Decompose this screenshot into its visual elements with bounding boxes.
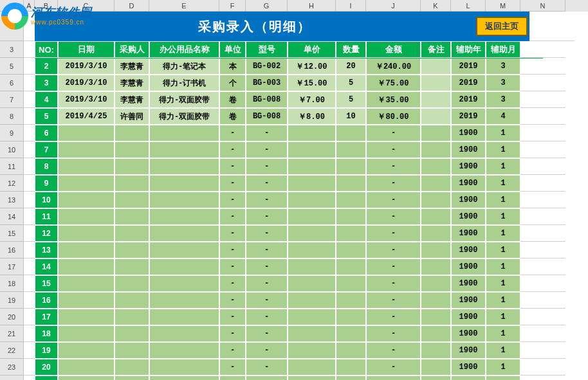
cell-no[interactable]: 3 (35, 75, 58, 91)
cell-model[interactable]: - (246, 175, 288, 192)
cell-unit[interactable]: - (219, 292, 246, 309)
cell-year[interactable]: 1900 (451, 208, 486, 225)
cell-name[interactable] (149, 225, 219, 242)
cell-date[interactable] (58, 309, 115, 325)
col-header-I[interactable]: I (336, 0, 366, 12)
cell-buyer[interactable] (115, 192, 149, 208)
cell-year[interactable]: 1900 (451, 141, 486, 158)
cell-model[interactable]: BG-008 (246, 91, 288, 108)
cell-date[interactable] (58, 359, 115, 375)
cell-qty[interactable] (336, 175, 366, 192)
cell-buyer[interactable] (115, 141, 149, 158)
cell-unit[interactable]: 卷 (219, 108, 246, 125)
cell-month[interactable]: 1 (486, 309, 520, 325)
cell-no[interactable]: 12 (35, 225, 58, 242)
cell-price[interactable] (288, 309, 336, 325)
cell-amount[interactable]: ￥75.00 (366, 75, 421, 91)
col-header-G[interactable]: G (246, 0, 288, 12)
cell-month[interactable]: 4 (486, 108, 520, 125)
select-all-corner[interactable] (0, 0, 24, 12)
cell-buyer[interactable] (115, 275, 149, 292)
cell-name[interactable]: 得力-双面胶带 (149, 108, 219, 125)
cell-amount[interactable]: - (366, 325, 421, 342)
row-header-7[interactable]: 7 (0, 91, 24, 108)
cell-note[interactable] (421, 258, 451, 275)
cell-qty[interactable] (336, 225, 366, 242)
col-header-C[interactable]: C (58, 0, 115, 12)
row-header-19[interactable]: 19 (0, 292, 24, 309)
cell-year[interactable]: 2019 (451, 58, 486, 75)
cell-qty[interactable]: 20 (336, 58, 366, 75)
cell-model[interactable]: - (246, 359, 288, 375)
cell-model[interactable]: - (246, 125, 288, 141)
cell-date[interactable] (58, 292, 115, 309)
cell-unit[interactable]: 卷 (219, 91, 246, 108)
cell-date[interactable] (58, 141, 115, 158)
cell-note[interactable] (421, 242, 451, 258)
cell-unit[interactable]: 本 (219, 58, 246, 75)
cell-name[interactable] (149, 158, 219, 175)
cell-amount[interactable]: - (366, 359, 421, 375)
cell-buyer[interactable] (115, 175, 149, 192)
row-header-23[interactable]: 23 (0, 359, 24, 375)
cell-unit[interactable]: - (219, 141, 246, 158)
cell-qty[interactable] (336, 342, 366, 359)
cell-date[interactable] (58, 192, 115, 208)
cell-qty[interactable] (336, 292, 366, 309)
cell-model[interactable]: - (246, 141, 288, 158)
cell-price[interactable] (288, 158, 336, 175)
cell-no[interactable]: 20 (35, 359, 58, 375)
cell-year[interactable]: 2019 (451, 108, 486, 125)
cell-price[interactable]: ￥7.00 (288, 91, 336, 108)
cell-year[interactable]: 1900 (451, 375, 486, 380)
cell-date[interactable] (58, 175, 115, 192)
cell-price[interactable] (288, 359, 336, 375)
cell-month[interactable]: 1 (486, 208, 520, 225)
cell-price[interactable]: ￥15.00 (288, 75, 336, 91)
cell-buyer[interactable] (115, 375, 149, 380)
cell-month[interactable]: 3 (486, 75, 520, 91)
cell-price[interactable] (288, 292, 336, 309)
cell-year[interactable]: 1900 (451, 158, 486, 175)
cell-no[interactable]: 17 (35, 309, 58, 325)
cell-name[interactable] (149, 192, 219, 208)
cell-model[interactable]: - (246, 342, 288, 359)
cell-model[interactable]: - (246, 158, 288, 175)
col-header-D[interactable]: D (115, 0, 149, 12)
cell-note[interactable] (421, 58, 451, 75)
cell-model[interactable]: - (246, 292, 288, 309)
cell-no[interactable]: 5 (35, 108, 58, 125)
cell-year[interactable]: 2019 (451, 91, 486, 108)
header-model[interactable]: 型号 (246, 41, 288, 58)
cell-note[interactable] (421, 192, 451, 208)
cell-year[interactable]: 1900 (451, 325, 486, 342)
cell-unit[interactable]: - (219, 125, 246, 141)
cell-price[interactable]: ￥8.00 (288, 108, 336, 125)
cell-year[interactable]: 1900 (451, 342, 486, 359)
cell-qty[interactable] (336, 208, 366, 225)
header-unit[interactable]: 单位 (219, 41, 246, 58)
cell-amount[interactable]: ￥240.00 (366, 58, 421, 75)
cell-amount[interactable]: - (366, 309, 421, 325)
row-header-13[interactable]: 13 (0, 192, 24, 208)
cell-month[interactable]: 1 (486, 125, 520, 141)
row-header-18[interactable]: 18 (0, 275, 24, 292)
cell-name[interactable] (149, 125, 219, 141)
cell-model[interactable]: - (246, 275, 288, 292)
cell-month[interactable]: 1 (486, 325, 520, 342)
cell-year[interactable]: 1900 (451, 225, 486, 242)
cell-year[interactable]: 1900 (451, 258, 486, 275)
cell-note[interactable] (421, 225, 451, 242)
cell-unit[interactable]: - (219, 242, 246, 258)
cell-unit[interactable]: - (219, 192, 246, 208)
cell-unit[interactable]: - (219, 158, 246, 175)
col-header-N[interactable]: N (520, 0, 565, 12)
cell-name[interactable] (149, 342, 219, 359)
cell-qty[interactable]: 10 (336, 108, 366, 125)
cell-unit[interactable]: - (219, 325, 246, 342)
cell-month[interactable]: 3 (486, 91, 520, 108)
header-no[interactable]: NO: (35, 41, 58, 58)
cell-amount[interactable]: - (366, 208, 421, 225)
cell-buyer[interactable]: 许善同 (115, 108, 149, 125)
cell-note[interactable] (421, 91, 451, 108)
